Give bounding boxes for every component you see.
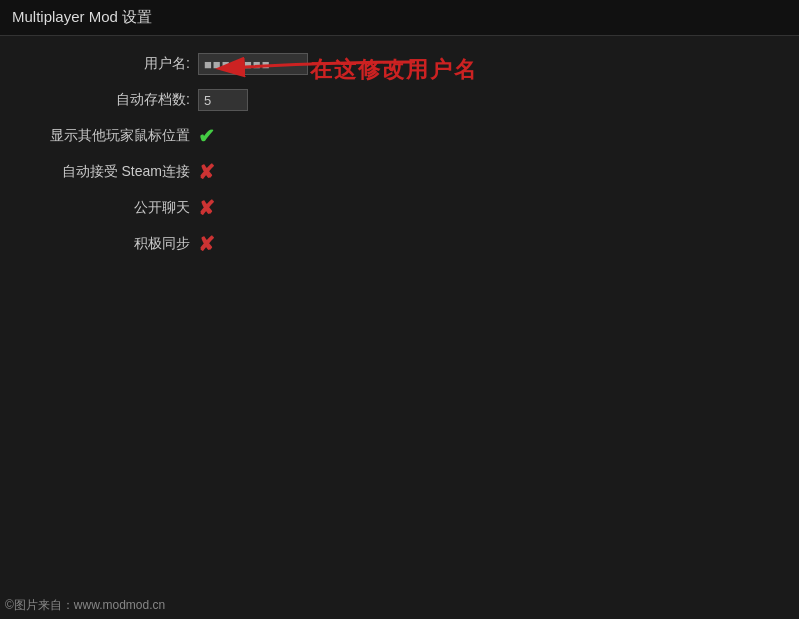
active-sync-label: 积极同步	[20, 235, 190, 253]
public-chat-label: 公开聊天	[20, 199, 190, 217]
cross-icon-2: ✘	[198, 198, 215, 218]
public-chat-value: ✘	[198, 198, 215, 218]
show-cursor-label: 显示其他玩家鼠标位置	[20, 127, 190, 145]
cross-icon-3: ✘	[198, 234, 215, 254]
autosave-value-container	[198, 89, 248, 111]
cross-icon: ✘	[198, 162, 215, 182]
active-sync-value: ✘	[198, 234, 215, 254]
show-cursor-value: ✔	[198, 126, 215, 146]
title-bar: Multiplayer Mod 设置	[0, 0, 799, 36]
app-title: Multiplayer Mod 设置	[12, 8, 152, 25]
auto-steam-value: ✘	[198, 162, 215, 182]
username-label: 用户名:	[20, 55, 190, 73]
check-icon: ✔	[198, 126, 215, 146]
username-input[interactable]	[198, 53, 308, 75]
active-sync-row: 积极同步 ✘	[20, 231, 779, 257]
watermark: ©图片来自：www.modmod.cn	[5, 597, 165, 614]
auto-steam-label: 自动接受 Steam连接	[20, 163, 190, 181]
autosave-input[interactable]	[198, 89, 248, 111]
auto-steam-row: 自动接受 Steam连接 ✘	[20, 159, 779, 185]
show-cursor-row: 显示其他玩家鼠标位置 ✔	[20, 123, 779, 149]
public-chat-row: 公开聊天 ✘	[20, 195, 779, 221]
autosave-row: 自动存档数:	[20, 87, 779, 113]
annotation-text: 在这修改用户名	[310, 55, 478, 85]
autosave-label: 自动存档数:	[20, 91, 190, 109]
username-value-container	[198, 53, 308, 75]
